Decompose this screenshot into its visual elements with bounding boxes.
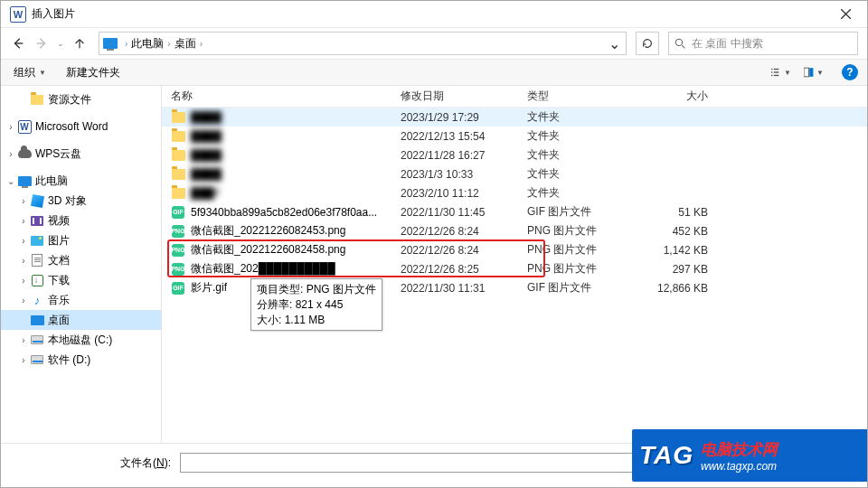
filename-input[interactable]: ⌄ bbox=[180, 453, 666, 473]
tooltip-type: 项目类型: PNG 图片文件 bbox=[257, 282, 376, 297]
refresh-button[interactable] bbox=[636, 32, 659, 55]
file-list-pane: 名称 修改日期 类型 大小 ████2023/1/29 17:29文件夹████… bbox=[162, 86, 867, 443]
file-type: 文件夹 bbox=[527, 166, 637, 182]
file-date: 2022/12/26 8:25 bbox=[401, 263, 527, 276]
file-row[interactable]: ████2022/11/28 16:27文件夹 bbox=[162, 145, 867, 164]
tree-item[interactable]: 资源文件 bbox=[1, 89, 161, 109]
address-bar[interactable]: › 此电脑 › 桌面 › ⌄ bbox=[99, 32, 627, 55]
twisty-icon[interactable]: › bbox=[17, 196, 30, 206]
nav-forward-button[interactable] bbox=[32, 33, 52, 53]
tree-item[interactable]: ›视频 bbox=[1, 211, 161, 230]
file-row[interactable]: PNG微信截图_20221226082458.png2022/12/26 8:2… bbox=[162, 240, 867, 259]
file-type: 文件夹 bbox=[527, 128, 637, 144]
tree-item[interactable]: ›♪音乐 bbox=[1, 290, 161, 310]
file-row[interactable]: PNG微信截图_20221226082453.png2022/12/26 8:2… bbox=[162, 221, 867, 240]
tree-item-label: 3D 对象 bbox=[48, 193, 87, 209]
crumb-current[interactable]: 桌面 bbox=[175, 36, 196, 52]
toolbar: 组织 ▼ 新建文件夹 ▼ ▼ ? bbox=[1, 59, 867, 86]
twisty-icon[interactable]: › bbox=[17, 355, 30, 365]
file-name: ███F bbox=[191, 187, 401, 200]
disk-icon bbox=[30, 352, 44, 367]
file-dialog: W 插入图片 ⌄ › 此电脑 › 桌面 › ⌄ bbox=[0, 0, 868, 488]
file-name: 微信截图_20221226082453.png bbox=[191, 223, 401, 239]
search-input[interactable]: 在 桌面 中搜索 bbox=[668, 32, 858, 55]
view-mode-button[interactable]: ▼ bbox=[771, 62, 791, 82]
file-date: 2022/11/30 11:45 bbox=[401, 206, 527, 219]
file-size: 1,142 KB bbox=[637, 244, 719, 257]
svg-rect-1 bbox=[771, 69, 772, 70]
chevron-right-icon: › bbox=[125, 39, 127, 49]
tooltip-resolution: 分辨率: 821 x 445 bbox=[257, 297, 376, 313]
file-row[interactable]: ████2023/1/29 17:29文件夹 bbox=[162, 108, 867, 127]
preview-pane-button[interactable]: ▼ bbox=[804, 62, 824, 82]
tree-item[interactable]: ›WMicrosoft Word bbox=[1, 117, 161, 136]
column-name[interactable]: 名称 bbox=[162, 89, 401, 104]
twisty-icon[interactable]: › bbox=[17, 296, 30, 305]
twisty-icon[interactable]: › bbox=[5, 149, 17, 159]
pic-icon bbox=[30, 233, 44, 248]
tree-item[interactable]: ›WPS云盘 bbox=[1, 144, 161, 164]
tree-item[interactable]: ›文档 bbox=[1, 250, 161, 270]
twisty-icon[interactable]: ⌄ bbox=[5, 176, 17, 186]
svg-rect-4 bbox=[774, 71, 779, 72]
navigation-tree: 资源文件›WMicrosoft Word›WPS云盘⌄此电脑›3D 对象›视频›… bbox=[1, 86, 162, 443]
title-bar: W 插入图片 bbox=[1, 1, 867, 28]
tree-item[interactable]: 桌面 bbox=[1, 310, 161, 330]
file-row[interactable]: GIF5f9340bba899a5cb82ed06e3f78f0aa...202… bbox=[162, 202, 867, 221]
file-name: ████ bbox=[191, 149, 401, 162]
file-row[interactable]: ███F2023/2/10 11:12文件夹 bbox=[162, 183, 867, 202]
nav-back-button[interactable] bbox=[8, 33, 28, 53]
new-folder-button[interactable]: 新建文件夹 bbox=[62, 63, 124, 82]
tree-item[interactable]: ›3D 对象 bbox=[1, 191, 161, 211]
png-file-icon: PNG bbox=[171, 224, 185, 239]
close-icon bbox=[841, 9, 851, 19]
tree-item[interactable]: ›软件 (D:) bbox=[1, 350, 161, 370]
file-row[interactable]: PNG微信截图_202██████████2022/12/26 8:25PNG … bbox=[162, 259, 867, 278]
svg-rect-7 bbox=[804, 68, 809, 77]
nav-history-button[interactable]: ⌄ bbox=[55, 33, 66, 53]
search-placeholder: 在 桌面 中搜索 bbox=[692, 36, 763, 52]
file-type: GIF 图片文件 bbox=[527, 280, 637, 296]
tree-item[interactable]: ›图片 bbox=[1, 230, 161, 250]
refresh-icon bbox=[641, 37, 654, 50]
twisty-icon[interactable]: › bbox=[17, 335, 30, 345]
main-pane: 资源文件›WMicrosoft Word›WPS云盘⌄此电脑›3D 对象›视频›… bbox=[1, 86, 867, 443]
twisty-icon[interactable]: › bbox=[17, 256, 30, 266]
app-word-icon: W bbox=[10, 6, 26, 23]
column-type[interactable]: 类型 bbox=[527, 89, 637, 104]
file-date: 2022/12/26 8:24 bbox=[401, 244, 527, 257]
address-dropdown-button[interactable]: ⌄ bbox=[606, 35, 622, 52]
3d-icon bbox=[30, 193, 44, 208]
twisty-icon[interactable]: › bbox=[17, 276, 30, 286]
column-size[interactable]: 大小 bbox=[637, 89, 719, 104]
tree-item[interactable]: ⌄此电脑 bbox=[1, 171, 161, 191]
twisty-icon[interactable]: › bbox=[5, 122, 17, 132]
help-button[interactable]: ? bbox=[842, 64, 858, 80]
breadcrumb: › 此电脑 › 桌面 › bbox=[123, 36, 606, 52]
file-type: 文件夹 bbox=[527, 185, 637, 201]
file-date: 2022/12/26 8:24 bbox=[401, 225, 527, 238]
file-type: PNG 图片文件 bbox=[527, 261, 637, 277]
nav-up-button[interactable] bbox=[70, 33, 90, 53]
nav-row: ⌄ › 此电脑 › 桌面 › ⌄ 在 桌面 中搜索 bbox=[1, 28, 867, 59]
file-row[interactable]: ████2022/12/13 15:54文件夹 bbox=[162, 127, 867, 145]
column-date[interactable]: 修改日期 bbox=[401, 89, 527, 104]
file-date: 2022/12/13 15:54 bbox=[401, 130, 527, 143]
tree-item[interactable]: ›下载 bbox=[1, 270, 161, 290]
doc-icon bbox=[30, 253, 44, 267]
file-row[interactable]: ████2023/1/3 10:33文件夹 bbox=[162, 164, 867, 183]
tree-item-label: 文档 bbox=[48, 253, 70, 268]
twisty-icon[interactable]: › bbox=[17, 216, 30, 226]
crumb-root[interactable]: 此电脑 bbox=[131, 36, 164, 52]
close-button[interactable] bbox=[827, 2, 863, 27]
png-file-icon: PNG bbox=[171, 262, 185, 277]
twisty-icon[interactable]: › bbox=[17, 236, 30, 246]
tooltip-size: 大小: 1.11 MB bbox=[257, 313, 376, 328]
file-size: 51 KB bbox=[637, 206, 719, 219]
file-date: 2022/11/28 16:27 bbox=[401, 149, 527, 162]
tree-item-label: 视频 bbox=[48, 213, 70, 229]
organize-button[interactable]: 组织 ▼ bbox=[10, 63, 50, 82]
folder-file-icon bbox=[171, 148, 185, 163]
tree-item[interactable]: ›本地磁盘 (C:) bbox=[1, 330, 161, 350]
svg-rect-5 bbox=[771, 75, 772, 76]
